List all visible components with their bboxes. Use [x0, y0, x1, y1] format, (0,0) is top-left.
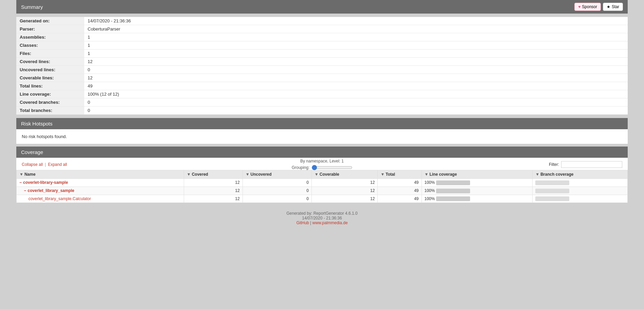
line-coverage-cell: 100% [422, 179, 533, 187]
coverage-controls: Collapse all | Expand all By namespace, … [16, 158, 628, 170]
collapse-all-link[interactable]: Collapse all [22, 162, 43, 167]
col-header-uncovered[interactable]: ▼Uncovered [243, 170, 311, 179]
summary-value: 1 [84, 33, 628, 41]
line-coverage-cell: 100% [422, 187, 533, 195]
grouping-prefix: Grouping: [292, 165, 310, 170]
filter-container: Filter: [549, 161, 622, 168]
col-header-covered[interactable]: ▼Covered [184, 170, 243, 179]
summary-row: Total branches: 0 [16, 107, 628, 115]
sort-arrow: ▼ [246, 172, 250, 177]
branch-coverage-cell [533, 179, 628, 187]
sort-arrow: ▼ [380, 172, 384, 177]
summary-value: 12 [84, 58, 628, 66]
summary-row: Assemblies: 1 [16, 33, 628, 41]
row-name-link[interactable]: coverlet_library_sample.Calculator [29, 196, 91, 201]
no-hotspots-text: No risk hotspots found. [16, 129, 628, 144]
summary-label: Total branches: [16, 107, 84, 115]
risk-hotspots-title: Risk Hotspots [21, 121, 53, 127]
uncovered-cell: 0 [243, 187, 311, 195]
website-link[interactable]: www.palmmedia.de [312, 220, 348, 225]
total-cell: 49 [378, 187, 422, 195]
col-header-name[interactable]: ▼Name [17, 170, 184, 179]
summary-row: Generated on: 14/07/2020 - 21:36:36 [16, 17, 628, 25]
summary-label: Generated on: [16, 17, 84, 25]
col-header-coverable[interactable]: ▼Coverable [311, 170, 378, 179]
summary-label: Assemblies: [16, 33, 84, 41]
sort-arrow: ▼ [535, 172, 539, 177]
filter-input[interactable] [561, 161, 622, 168]
summary-label: Coverable lines: [16, 74, 84, 82]
col-header-total[interactable]: ▼Total [378, 170, 422, 179]
summary-title: Summary [21, 4, 43, 10]
coverage-table-head: ▼Name▼Covered▼Uncovered▼Coverable▼Total▼… [17, 170, 628, 179]
summary-header: Summary ♥ Sponsor ★ Star [16, 0, 628, 14]
branch-coverage-bar [535, 180, 569, 185]
sort-arrow: ▼ [425, 172, 429, 177]
summary-row: Coverable lines: 12 [16, 74, 628, 82]
expand-all-link[interactable]: Expand all [48, 162, 67, 167]
branch-coverage-bar [535, 189, 569, 193]
summary-label: Parser: [16, 25, 84, 33]
covered-cell: 12 [184, 187, 243, 195]
sponsor-button[interactable]: ♥ Sponsor [574, 3, 601, 11]
uncovered-cell: 0 [243, 195, 311, 203]
summary-row: Line coverage: 100% (12 of 12) [16, 90, 628, 98]
row-name: coverlet-library-sample [23, 180, 68, 185]
summary-value: 1 [84, 50, 628, 58]
grouping-container: By namespace, Level: 1 Grouping: [292, 159, 353, 170]
col-header-branch-coverage[interactable]: ▼Branch coverage [533, 170, 628, 179]
summary-row: Covered lines: 12 [16, 58, 628, 66]
name-cell: −coverlet_library_sample [17, 187, 184, 195]
summary-row: Uncovered lines: 0 [16, 66, 628, 74]
star-button[interactable]: ★ Star [603, 3, 623, 11]
coverage-content: Collapse all | Expand all By namespace, … [16, 158, 628, 203]
name-cell: −coverlet-library-sample [17, 179, 184, 187]
sort-arrow: ▼ [187, 172, 191, 177]
total-cell: 49 [378, 195, 422, 203]
coverable-cell: 12 [311, 179, 378, 187]
coverable-cell: 12 [311, 187, 378, 195]
summary-row: Total lines: 49 [16, 82, 628, 90]
line-coverage-cell: 100% [422, 195, 533, 203]
grouping-row: Grouping: [292, 165, 353, 170]
branch-coverage-bar [535, 196, 569, 201]
uncovered-cell: 0 [243, 179, 311, 187]
row-name: coverlet_library_sample [28, 188, 74, 193]
summary-label: Line coverage: [16, 90, 84, 98]
summary-row: Classes: 1 [16, 41, 628, 50]
table-row: −coverlet-library-sample 12 0 12 49 100% [17, 179, 628, 187]
branch-coverage-cell [533, 187, 628, 195]
summary-label: Covered branches: [16, 98, 84, 107]
summary-value: 0 [84, 98, 628, 107]
row-toggle: − [24, 188, 26, 193]
summary-label: Uncovered lines: [16, 66, 84, 74]
footer-generated-by: Generated by: ReportGenerator 4.6.1.0 [22, 211, 622, 216]
collapse-expand-controls: Collapse all | Expand all [22, 162, 67, 167]
grouping-slider[interactable] [311, 165, 352, 170]
coverage-header: Coverage [16, 147, 628, 158]
col-header-line-coverage[interactable]: ▼Line coverage [422, 170, 533, 179]
summary-value: 0 [84, 107, 628, 115]
footer-links: GitHub | www.palmmedia.de [22, 220, 622, 225]
summary-value: 100% (12 of 12) [84, 90, 628, 98]
separator: | [45, 162, 46, 167]
line-coverage-bar [436, 189, 470, 193]
github-link[interactable]: GitHub [296, 220, 309, 225]
summary-value: 14/07/2020 - 21:36:36 [84, 17, 628, 25]
row-toggle: − [19, 180, 22, 185]
grouping-level-label: By namespace, Level: 1 [300, 159, 344, 163]
name-cell: coverlet_library_sample.Calculator [17, 195, 184, 203]
line-coverage-bar [436, 180, 470, 185]
coverable-cell: 12 [311, 195, 378, 203]
star-icon: ★ [607, 4, 610, 9]
summary-table: Generated on: 14/07/2020 - 21:36:36 Pars… [16, 17, 628, 115]
header-buttons: ♥ Sponsor ★ Star [574, 3, 623, 11]
summary-label: Total lines: [16, 82, 84, 90]
sort-arrow: ▼ [315, 172, 319, 177]
covered-cell: 12 [184, 179, 243, 187]
table-row: −coverlet_library_sample 12 0 12 49 100% [17, 187, 628, 195]
coverage-title: Coverage [21, 149, 43, 155]
sort-arrow: ▼ [19, 172, 23, 177]
summary-value: 0 [84, 66, 628, 74]
total-cell: 49 [378, 179, 422, 187]
